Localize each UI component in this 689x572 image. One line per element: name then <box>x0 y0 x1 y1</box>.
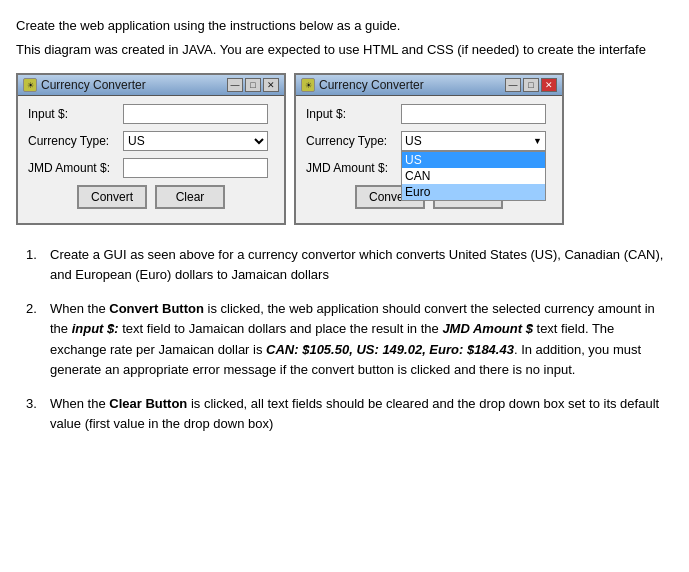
close-btn-left[interactable]: ✕ <box>263 78 279 92</box>
currency-select-left[interactable]: US CAN Euro <box>123 131 268 151</box>
input-field-left[interactable] <box>123 104 268 124</box>
window-title-left: Currency Converter <box>41 78 146 92</box>
titlebar-left: ☀ Currency Converter — □ ✕ <box>18 75 284 96</box>
instruction-number-1: 1. <box>26 245 44 285</box>
window-icon-left: ☀ <box>23 78 37 92</box>
exchange-rate-ref: CAN: $105.50, US: 149.02, Euro: $184.43 <box>266 342 514 357</box>
jmd-label-left: JMD Amount $: <box>28 161 123 175</box>
intro-line1: Create the web application using the ins… <box>16 16 673 36</box>
instruction-item-2: 2. When the Convert Button is clicked, t… <box>26 299 673 380</box>
input-field-right[interactable] <box>401 104 546 124</box>
convert-button-left[interactable]: Convert <box>77 185 147 209</box>
dropdown-item-us[interactable]: US <box>402 152 545 168</box>
clear-button-ref: Clear Button <box>109 396 187 411</box>
input-row-right: Input $: <box>306 104 552 124</box>
jmd-field-ref: JMD Amount $ <box>442 321 533 336</box>
input-label-left: Input $: <box>28 107 123 121</box>
dropdown-list-right: US CAN Euro <box>401 151 546 201</box>
buttons-left: Convert Clear <box>28 185 274 215</box>
restore-btn-left[interactable]: □ <box>245 78 261 92</box>
input-label-right: Input $: <box>306 107 401 121</box>
convert-button-ref: Convert Button <box>109 301 204 316</box>
instruction-content-3: When the Clear Button is clicked, all te… <box>50 394 673 434</box>
window-right: ☀ Currency Converter — □ ✕ Input $: Curr… <box>294 73 564 225</box>
diagrams-row: ☀ Currency Converter — □ ✕ Input $: Curr… <box>16 73 673 225</box>
instruction-number-2: 2. <box>26 299 44 380</box>
instruction-number-3: 3. <box>26 394 44 434</box>
window-title-right: Currency Converter <box>319 78 424 92</box>
instruction-content-1: Create a GUI as seen above for a currenc… <box>50 245 673 285</box>
dropdown-item-can[interactable]: CAN <box>402 168 545 184</box>
dropdown-arrow-icon: ▼ <box>533 136 542 146</box>
minimize-btn-right[interactable]: — <box>505 78 521 92</box>
instruction-content-2: When the Convert Button is clicked, the … <box>50 299 673 380</box>
titlebar-right: ☀ Currency Converter — □ ✕ <box>296 75 562 96</box>
titlebar-right-content: ☀ Currency Converter <box>301 78 424 92</box>
clear-button-left[interactable]: Clear <box>155 185 225 209</box>
jmd-row-left: JMD Amount $: <box>28 158 274 178</box>
intro-line2: This diagram was created in JAVA. You ar… <box>16 40 673 60</box>
input-field-ref: input $: <box>72 321 119 336</box>
minimize-btn-left[interactable]: — <box>227 78 243 92</box>
titlebar-left-content: ☀ Currency Converter <box>23 78 146 92</box>
window-left: ☀ Currency Converter — □ ✕ Input $: Curr… <box>16 73 286 225</box>
instruction-item-3: 3. When the Clear Button is clicked, all… <box>26 394 673 434</box>
dropdown-selected-value: US <box>405 134 422 148</box>
window-body-right: Input $: Currency Type: US ▼ US CAN Euro <box>296 96 562 223</box>
titlebar-controls-left[interactable]: — □ ✕ <box>227 78 279 92</box>
currency-label-left: Currency Type: <box>28 134 123 148</box>
intro-section: Create the web application using the ins… <box>16 16 673 59</box>
currency-row-left: Currency Type: US CAN Euro <box>28 131 274 151</box>
window-body-left: Input $: Currency Type: US CAN Euro JMD … <box>18 96 284 223</box>
titlebar-controls-right[interactable]: — □ ✕ <box>505 78 557 92</box>
currency-dropdown-right[interactable]: US ▼ US CAN Euro <box>401 131 546 151</box>
dropdown-display-right[interactable]: US ▼ <box>401 131 546 151</box>
instruction-item-1: 1. Create a GUI as seen above for a curr… <box>26 245 673 285</box>
instructions-section: 1. Create a GUI as seen above for a curr… <box>16 245 673 434</box>
input-row-left: Input $: <box>28 104 274 124</box>
jmd-label-right: JMD Amount $: <box>306 161 401 175</box>
currency-label-right: Currency Type: <box>306 134 401 148</box>
restore-btn-right[interactable]: □ <box>523 78 539 92</box>
jmd-field-left[interactable] <box>123 158 268 178</box>
currency-row-right: Currency Type: US ▼ US CAN Euro <box>306 131 552 151</box>
window-icon-right: ☀ <box>301 78 315 92</box>
dropdown-item-euro[interactable]: Euro <box>402 184 545 200</box>
close-btn-right[interactable]: ✕ <box>541 78 557 92</box>
